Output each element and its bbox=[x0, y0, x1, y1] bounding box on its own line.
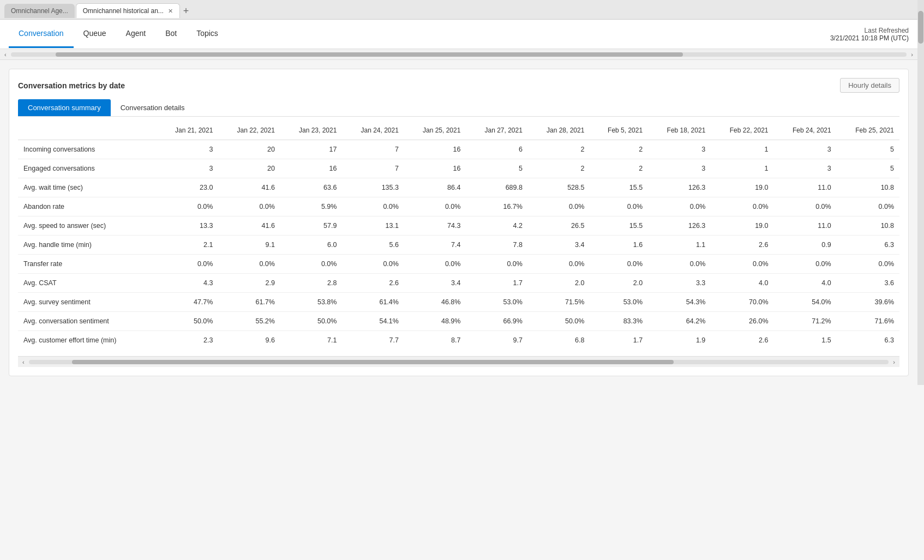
cell-1-7: 2 bbox=[590, 159, 648, 178]
add-tab-button[interactable]: + bbox=[183, 6, 189, 16]
scroll-right-arrow[interactable]: › bbox=[911, 51, 913, 58]
cell-5-3: 5.6 bbox=[342, 236, 404, 255]
scroll-track-top[interactable] bbox=[11, 52, 907, 57]
cell-7-10: 4.0 bbox=[774, 274, 837, 293]
main-nav: Conversation Queue Agent Bot Topics bbox=[9, 20, 228, 48]
table-row: Avg. handle time (min)2.19.16.05.67.47.8… bbox=[18, 236, 899, 255]
section-title: Conversation metrics by date bbox=[18, 81, 125, 90]
close-icon[interactable]: ✕ bbox=[168, 8, 173, 15]
cell-10-0: 2.3 bbox=[157, 331, 219, 350]
cell-3-11: 0.0% bbox=[837, 197, 899, 216]
cell-0-3: 7 bbox=[342, 140, 404, 159]
cell-7-1: 2.9 bbox=[218, 274, 280, 293]
main-content: Conversation metrics by date Hourly deta… bbox=[0, 60, 917, 385]
browser-tab-2[interactable]: Omnichannel historical an... ✕ bbox=[76, 3, 180, 18]
cell-8-5: 53.0% bbox=[466, 293, 528, 312]
cell-4-4: 74.3 bbox=[404, 216, 466, 236]
row-label-3: Abandon rate bbox=[18, 197, 157, 216]
cell-4-8: 126.3 bbox=[648, 216, 711, 236]
cell-3-7: 0.0% bbox=[590, 197, 648, 216]
scroll-left-arrow-bottom[interactable]: ‹ bbox=[22, 359, 25, 365]
row-label-10: Avg. customer effort time (min) bbox=[18, 331, 157, 350]
cell-2-3: 135.3 bbox=[342, 178, 404, 197]
horizontal-scrollbar-top[interactable]: ‹ › bbox=[0, 49, 917, 60]
cell-1-4: 16 bbox=[404, 159, 466, 178]
cell-1-3: 7 bbox=[342, 159, 404, 178]
cell-7-7: 2.0 bbox=[590, 274, 648, 293]
cell-0-10: 3 bbox=[774, 140, 837, 159]
cell-9-6: 50.0% bbox=[528, 312, 590, 331]
scroll-track-bottom[interactable] bbox=[29, 360, 889, 364]
table-col-header-6: Jan 27, 2021 bbox=[466, 121, 528, 140]
horizontal-scrollbar-bottom[interactable]: ‹ › bbox=[18, 356, 899, 367]
cell-4-0: 13.3 bbox=[157, 216, 219, 236]
row-label-2: Avg. wait time (sec) bbox=[18, 178, 157, 197]
table-row: Avg. survey sentiment47.7%61.7%53.8%61.4… bbox=[18, 293, 899, 312]
cell-7-8: 3.3 bbox=[648, 274, 711, 293]
cell-0-9: 1 bbox=[711, 140, 773, 159]
cell-10-2: 7.1 bbox=[280, 331, 343, 350]
browser-tab-1[interactable]: Omnichannel Age... bbox=[4, 4, 75, 18]
nav-tab-bot[interactable]: Bot bbox=[155, 20, 187, 48]
table-row: Engaged conversations320167165223135 bbox=[18, 159, 899, 178]
table-row: Avg. customer effort time (min)2.39.67.1… bbox=[18, 331, 899, 350]
cell-6-7: 0.0% bbox=[590, 255, 648, 274]
cell-9-2: 50.0% bbox=[280, 312, 343, 331]
cell-6-11: 0.0% bbox=[837, 255, 899, 274]
cell-6-2: 0.0% bbox=[280, 255, 343, 274]
cell-9-5: 66.9% bbox=[466, 312, 528, 331]
data-table-wrapper: Jan 21, 2021Jan 22, 2021Jan 23, 2021Jan … bbox=[18, 121, 899, 350]
sub-tab-summary[interactable]: Conversation summary bbox=[18, 99, 111, 116]
cell-0-1: 20 bbox=[218, 140, 280, 159]
table-row: Avg. speed to answer (sec)13.341.657.913… bbox=[18, 216, 899, 236]
scroll-right-arrow-bottom[interactable]: › bbox=[893, 359, 895, 365]
app-header: Conversation Queue Agent Bot Topics Last… bbox=[0, 20, 917, 49]
browser-tab-1-label: Omnichannel Age... bbox=[11, 7, 68, 15]
cell-6-3: 0.0% bbox=[342, 255, 404, 274]
cell-10-10: 1.5 bbox=[774, 331, 837, 350]
nav-tab-queue[interactable]: Queue bbox=[74, 20, 116, 48]
sub-tab-details[interactable]: Conversation details bbox=[111, 99, 195, 116]
browser-tab-2-label: Omnichannel historical an... bbox=[83, 7, 164, 15]
cell-1-11: 5 bbox=[837, 159, 899, 178]
cell-8-7: 53.0% bbox=[590, 293, 648, 312]
scroll-thumb-top bbox=[56, 52, 683, 57]
cell-10-1: 9.6 bbox=[218, 331, 280, 350]
cell-1-6: 2 bbox=[528, 159, 590, 178]
cell-6-5: 0.0% bbox=[466, 255, 528, 274]
cell-5-7: 1.6 bbox=[590, 236, 648, 255]
cell-2-10: 11.0 bbox=[774, 178, 837, 197]
cell-10-5: 9.7 bbox=[466, 331, 528, 350]
cell-8-9: 70.0% bbox=[711, 293, 773, 312]
cell-4-2: 57.9 bbox=[280, 216, 343, 236]
scroll-left-arrow[interactable]: ‹ bbox=[4, 51, 7, 58]
cell-9-0: 50.0% bbox=[157, 312, 219, 331]
nav-tab-agent[interactable]: Agent bbox=[116, 20, 156, 48]
cell-1-2: 16 bbox=[280, 159, 343, 178]
row-label-0: Incoming conversations bbox=[18, 140, 157, 159]
cell-3-2: 5.9% bbox=[280, 197, 343, 216]
cell-6-8: 0.0% bbox=[648, 255, 711, 274]
v-scroll-thumb bbox=[918, 11, 923, 44]
hourly-details-button[interactable]: Hourly details bbox=[840, 78, 899, 93]
table-col-header-label bbox=[18, 121, 157, 140]
cell-9-4: 48.9% bbox=[404, 312, 466, 331]
vertical-scrollbar[interactable] bbox=[917, 0, 924, 385]
cell-5-11: 6.3 bbox=[837, 236, 899, 255]
cell-1-9: 1 bbox=[711, 159, 773, 178]
cell-0-6: 2 bbox=[528, 140, 590, 159]
nav-tab-conversation[interactable]: Conversation bbox=[9, 20, 74, 48]
cell-4-7: 15.5 bbox=[590, 216, 648, 236]
nav-tab-topics[interactable]: Topics bbox=[187, 20, 228, 48]
cell-7-0: 4.3 bbox=[157, 274, 219, 293]
cell-1-10: 3 bbox=[774, 159, 837, 178]
cell-3-5: 16.7% bbox=[466, 197, 528, 216]
table-row: Avg. conversation sentiment50.0%55.2%50.… bbox=[18, 312, 899, 331]
cell-5-8: 1.1 bbox=[648, 236, 711, 255]
table-col-header-9: Feb 18, 2021 bbox=[648, 121, 711, 140]
cell-8-8: 54.3% bbox=[648, 293, 711, 312]
cell-0-4: 16 bbox=[404, 140, 466, 159]
last-refreshed-time: 3/21/2021 10:18 PM (UTC) bbox=[830, 34, 909, 42]
cell-9-3: 54.1% bbox=[342, 312, 404, 331]
cell-7-11: 3.6 bbox=[837, 274, 899, 293]
